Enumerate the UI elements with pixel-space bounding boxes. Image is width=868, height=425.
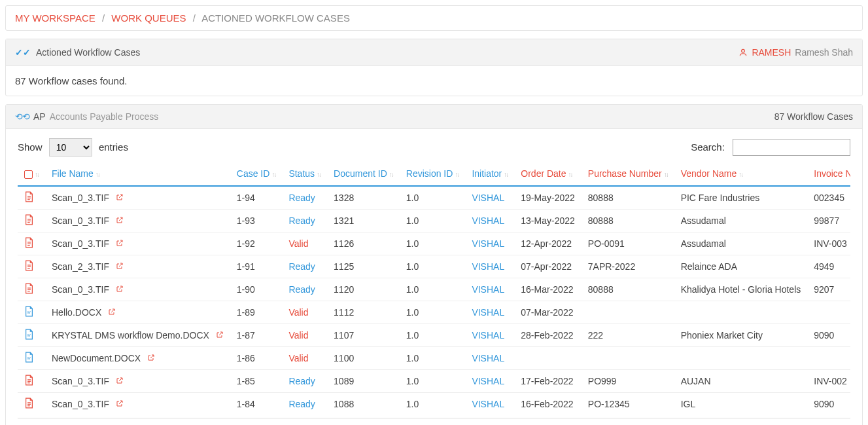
search-label: Search:	[691, 141, 725, 153]
invoice-number: 002345	[807, 186, 850, 210]
table-row[interactable]: Scan_0_3.TIF 1-90Ready11201.0VISHAL16-Ma…	[18, 278, 850, 301]
order-date: 19-May-2022	[514, 186, 582, 210]
user-fullname: Ramesh Shah	[795, 47, 853, 58]
file-name[interactable]: Scan_0_3.TIF	[52, 284, 109, 295]
invoice-number: 4949	[807, 255, 850, 278]
order-date: 07-Mar-2022	[514, 301, 582, 324]
file-name[interactable]: KRYSTAL DMS workflow Demo.DOCX	[52, 330, 209, 341]
initiator[interactable]: VISHAL	[472, 261, 504, 272]
select-all-checkbox[interactable]	[24, 170, 33, 179]
process-icon: ⟲⟲	[15, 111, 29, 122]
table-row[interactable]: Scan_0_3.TIF 1-93Ready13211.0VISHAL13-Ma…	[18, 210, 850, 232]
initiator[interactable]: VISHAL	[472, 238, 504, 249]
case-id: 1-84	[230, 393, 283, 416]
initiator[interactable]: VISHAL	[472, 284, 504, 295]
file-name[interactable]: Scan_2_3.TIF	[52, 261, 109, 272]
file-name[interactable]: Hello.DOCX	[52, 307, 101, 318]
cases-table: ↑↓ File Name↑↓ Case ID↑↓ Status↑↓ Docume…	[18, 163, 850, 415]
breadcrumb-sep: /	[193, 12, 196, 24]
purchase-number: 80888	[582, 210, 674, 232]
revision-id: 1.0	[400, 370, 466, 393]
breadcrumb-my-workspace[interactable]: MY WORKSPACE	[15, 12, 95, 24]
file-name[interactable]: Scan_0_3.TIF	[52, 399, 109, 409]
col-file-name[interactable]: File Name↑↓	[45, 163, 230, 186]
file-name[interactable]: Scan_0_3.TIF	[52, 193, 109, 203]
entries-select[interactable]: 10	[49, 138, 92, 157]
initiator[interactable]: VISHAL	[472, 376, 504, 386]
case-id: 1-89	[230, 301, 283, 324]
col-document-id[interactable]: Document ID↑↓	[327, 163, 400, 186]
table-row[interactable]: WHello.DOCX 1-89Valid11121.0VISHAL07-Mar…	[18, 301, 850, 324]
table-scroll[interactable]: ↑↓ File Name↑↓ Case ID↑↓ Status↑↓ Docume…	[18, 163, 850, 418]
open-icon[interactable]	[216, 331, 224, 341]
revision-id: 1.0	[400, 232, 466, 255]
col-case-id[interactable]: Case ID↑↓	[230, 163, 283, 186]
purchase-number	[582, 301, 674, 324]
table-row[interactable]: WNewDocument.DOCX 1-86Valid11001.0VISHAL…	[18, 347, 850, 370]
summary-panel: ✓✓ Actioned Workflow Cases RAMESH Ramesh…	[5, 39, 863, 96]
initiator[interactable]: VISHAL	[472, 307, 504, 318]
order-date: 17-Feb-2022	[514, 370, 582, 393]
case-id: 1-90	[230, 278, 283, 301]
purchase-number: PO999	[582, 370, 674, 393]
col-vendor-name[interactable]: Vendor Name↑↓	[674, 163, 808, 186]
col-status[interactable]: Status↑↓	[282, 163, 327, 186]
col-checkbox[interactable]: ↑↓	[18, 163, 45, 186]
order-date: 13-May-2022	[514, 210, 582, 232]
file-type-icon: W	[24, 329, 33, 342]
file-name[interactable]: NewDocument.DOCX	[52, 353, 141, 363]
open-icon[interactable]	[116, 240, 124, 249]
table-row[interactable]: Scan_0_3.TIF 1-92Valid11261.0VISHAL12-Ap…	[18, 232, 850, 255]
table-row[interactable]: Scan_0_3.TIF 1-85Ready10891.0VISHAL17-Fe…	[18, 370, 850, 393]
process-code: AP	[33, 111, 46, 122]
col-invoice-number[interactable]: Invoice Number↑↓	[807, 163, 850, 186]
table-row[interactable]: Scan_0_3.TIF 1-94Ready13281.0VISHAL19-Ma…	[18, 186, 850, 210]
breadcrumb-sep: /	[102, 12, 105, 24]
table-row[interactable]: Scan_0_3.TIF 1-84Ready10881.0VISHAL16-Fe…	[18, 393, 850, 416]
open-icon[interactable]	[116, 377, 124, 386]
invoice-number: INV-002	[807, 370, 850, 393]
file-type-icon	[24, 375, 33, 388]
file-type-icon	[24, 214, 33, 227]
status: Ready	[288, 399, 315, 409]
vendor-name: Khalidya Hotel - Gloria Hotels	[674, 278, 808, 301]
vendor-name: Phoniex Market City	[674, 324, 808, 347]
vendor-name: Relaince ADA	[674, 255, 808, 278]
document-id: 1107	[327, 324, 400, 347]
file-name[interactable]: Scan_0_3.TIF	[52, 238, 109, 249]
vendor-name: Assudamal	[674, 232, 808, 255]
invoice-number: 9090	[807, 324, 850, 347]
search-input[interactable]	[733, 139, 850, 156]
col-order-date[interactable]: Order Date↑↓	[514, 163, 582, 186]
breadcrumb-work-queues[interactable]: WORK QUEUES	[111, 12, 186, 24]
table-row[interactable]: WKRYSTAL DMS workflow Demo.DOCX 1-87Vali…	[18, 324, 850, 347]
open-icon[interactable]	[116, 400, 124, 409]
initiator[interactable]: VISHAL	[472, 215, 504, 226]
initiator[interactable]: VISHAL	[472, 330, 504, 341]
document-id: 1120	[327, 278, 400, 301]
initiator[interactable]: VISHAL	[472, 193, 504, 203]
revision-id: 1.0	[400, 210, 466, 232]
file-name[interactable]: Scan_0_3.TIF	[52, 376, 109, 386]
col-purchase-number[interactable]: Purchase Number↑↓	[582, 163, 674, 186]
open-icon[interactable]	[116, 263, 124, 272]
case-id: 1-94	[230, 186, 283, 210]
initiator[interactable]: VISHAL	[472, 353, 504, 363]
open-icon[interactable]	[116, 217, 124, 226]
file-type-icon: W	[24, 352, 33, 365]
table-row[interactable]: Scan_2_3.TIF 1-91Ready11251.0VISHAL07-Ap…	[18, 255, 850, 278]
initiator[interactable]: VISHAL	[472, 399, 504, 409]
col-initiator[interactable]: Initiator↑↓	[465, 163, 514, 186]
open-icon[interactable]	[116, 286, 124, 295]
file-type-icon	[24, 397, 33, 411]
order-date: 28-Feb-2022	[514, 324, 582, 347]
col-revision-id[interactable]: Revision ID↑↓	[400, 163, 466, 186]
invoice-number: 9090	[807, 393, 850, 416]
file-name[interactable]: Scan_0_3.TIF	[52, 215, 109, 226]
status: Ready	[288, 261, 315, 272]
status: Valid	[288, 238, 308, 249]
open-icon[interactable]	[108, 308, 116, 318]
open-icon[interactable]	[116, 194, 124, 203]
open-icon[interactable]	[147, 354, 155, 363]
user-badge[interactable]: RAMESH Ramesh Shah	[738, 47, 853, 58]
